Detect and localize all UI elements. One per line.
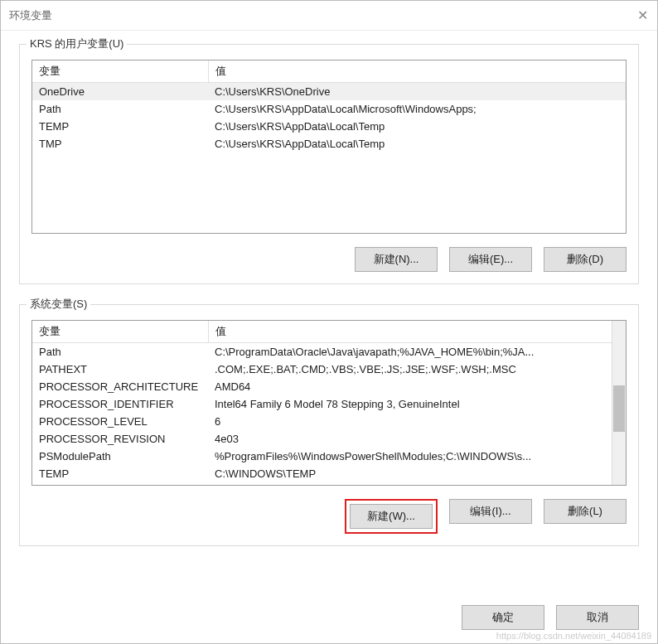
- table-row[interactable]: TEMPC:\Users\KRS\AppData\Local\Temp: [32, 118, 626, 135]
- table-row[interactable]: PATHEXT.COM;.EXE;.BAT;.CMD;.VBS;.VBE;.JS…: [32, 361, 626, 378]
- table-row[interactable]: TEMPC:\WINDOWS\TEMP: [32, 465, 626, 482]
- var-value-cell: 6: [208, 413, 626, 430]
- var-value-cell: C:\Users\KRS\OneDrive: [208, 83, 626, 100]
- table-row[interactable]: PROCESSOR_ARCHITECTUREAMD64: [32, 378, 626, 395]
- system-vars-buttons: 新建(W)... 编辑(I)... 删除(L): [31, 499, 627, 534]
- table-row[interactable]: PROCESSOR_LEVEL6: [32, 413, 626, 430]
- dialog-body: KRS 的用户变量(U) 变量 值 OneDriveC:\Users\KRS\O…: [1, 31, 657, 605]
- titlebar: 环境变量 ✕: [1, 1, 657, 31]
- var-value-cell: C:\Users\KRS\AppData\Local\Temp: [208, 135, 626, 153]
- scrollbar-thumb[interactable]: [613, 385, 625, 432]
- var-name-cell: OneDrive: [32, 83, 208, 100]
- table-row[interactable]: PathC:\Users\KRS\AppData\Local\Microsoft…: [32, 100, 626, 118]
- system-edit-button[interactable]: 编辑(I)...: [449, 499, 532, 524]
- user-vars-group: KRS 的用户变量(U) 变量 值 OneDriveC:\Users\KRS\O…: [19, 44, 639, 284]
- table-row[interactable]: OneDriveC:\Users\KRS\OneDrive: [32, 83, 626, 100]
- highlight-annotation: 新建(W)...: [345, 499, 438, 534]
- var-value-cell: C:\ProgramData\Oracle\Java\javapath;%JAV…: [208, 343, 626, 361]
- table-row[interactable]: TMPC:\Users\KRS\AppData\Local\Temp: [32, 135, 626, 153]
- var-name-cell: Path: [32, 100, 208, 118]
- window-title: 环境变量: [9, 8, 52, 23]
- var-name-cell: PROCESSOR_IDENTIFIER: [32, 395, 208, 413]
- var-name-cell: TMP: [32, 135, 208, 153]
- var-name-cell: PROCESSOR_ARCHITECTURE: [32, 378, 208, 395]
- var-value-cell: 4e03: [208, 430, 626, 448]
- user-delete-button[interactable]: 删除(D): [544, 247, 627, 272]
- close-icon[interactable]: ✕: [636, 9, 649, 22]
- table-row[interactable]: PROCESSOR_REVISION4e03: [32, 430, 626, 448]
- var-name-cell: PROCESSOR_REVISION: [32, 430, 208, 448]
- system-new-button[interactable]: 新建(W)...: [350, 504, 433, 529]
- var-name-cell: PATHEXT: [32, 361, 208, 378]
- sys-col-name[interactable]: 变量: [32, 321, 208, 343]
- user-vars-buttons: 新建(N)... 编辑(E)... 删除(D): [31, 247, 627, 272]
- var-value-cell: C:\WINDOWS\TEMP: [208, 465, 626, 482]
- env-vars-dialog: 环境变量 ✕ KRS 的用户变量(U) 变量 值 OneDriveC:\User…: [0, 0, 658, 644]
- var-name-cell: PROCESSOR_LEVEL: [32, 413, 208, 430]
- user-col-name[interactable]: 变量: [32, 61, 208, 83]
- var-name-cell: Path: [32, 343, 208, 361]
- ok-button[interactable]: 确定: [462, 605, 544, 630]
- system-vars-legend: 系统变量(S): [27, 297, 90, 312]
- table-row[interactable]: PROCESSOR_IDENTIFIERIntel64 Family 6 Mod…: [32, 395, 626, 413]
- table-row[interactable]: PathC:\ProgramData\Oracle\Java\javapath;…: [32, 343, 626, 361]
- var-value-cell: .COM;.EXE;.BAT;.CMD;.VBS;.VBE;.JS;.JSE;.…: [208, 361, 626, 378]
- table-row[interactable]: PSModulePath%ProgramFiles%\WindowsPowerS…: [32, 448, 626, 465]
- user-vars-table[interactable]: 变量 值 OneDriveC:\Users\KRS\OneDrivePathC:…: [31, 60, 627, 234]
- var-value-cell: %ProgramFiles%\WindowsPowerShell\Modules…: [208, 448, 626, 465]
- var-value-cell: C:\Users\KRS\AppData\Local\Microsoft\Win…: [208, 100, 626, 118]
- var-name-cell: PSModulePath: [32, 448, 208, 465]
- user-col-value[interactable]: 值: [208, 61, 626, 83]
- var-value-cell: Intel64 Family 6 Model 78 Stepping 3, Ge…: [208, 395, 626, 413]
- sys-col-value[interactable]: 值: [208, 321, 626, 343]
- cancel-button[interactable]: 取消: [556, 605, 639, 630]
- system-vars-group: 系统变量(S) 变量 值 PathC:\ProgramData\Oracle\J…: [19, 304, 639, 546]
- dialog-buttons: 确定 取消: [1, 605, 657, 643]
- var-name-cell: TEMP: [32, 465, 208, 482]
- system-vars-scrollbar[interactable]: [612, 321, 626, 485]
- system-vars-table[interactable]: 变量 值 PathC:\ProgramData\Oracle\Java\java…: [31, 320, 627, 486]
- var-value-cell: AMD64: [208, 378, 626, 395]
- user-new-button[interactable]: 新建(N)...: [355, 247, 438, 272]
- system-delete-button[interactable]: 删除(L): [544, 499, 627, 524]
- var-name-cell: TEMP: [32, 118, 208, 135]
- user-edit-button[interactable]: 编辑(E)...: [449, 247, 532, 272]
- var-value-cell: C:\Users\KRS\AppData\Local\Temp: [208, 118, 626, 135]
- user-vars-legend: KRS 的用户变量(U): [27, 36, 127, 51]
